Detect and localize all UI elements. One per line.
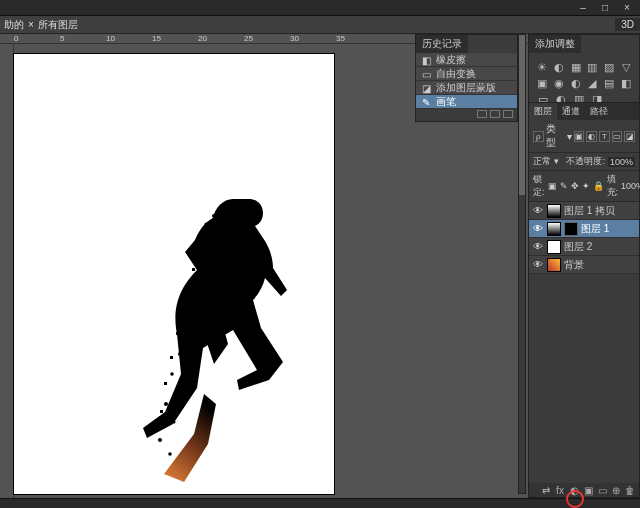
brightness-icon[interactable]: ☀: [537, 61, 548, 73]
history-snapshot-icon[interactable]: [477, 110, 487, 118]
filter-pixel-icon[interactable]: ▣: [574, 131, 585, 142]
levels-icon[interactable]: ◐: [554, 61, 565, 73]
filter-dropdown-icon[interactable]: ▾: [567, 131, 572, 142]
scrollbar-thumb[interactable]: [519, 35, 525, 195]
invert-icon[interactable]: ◧: [620, 77, 631, 89]
document-canvas[interactable]: [14, 54, 334, 494]
layers-footer: ⇄ fx ◐ ▣ ▭ ⊕ 🗑: [529, 483, 639, 497]
filter-adjust-icon[interactable]: ◐: [586, 131, 597, 142]
history-delete-icon[interactable]: [503, 110, 513, 118]
history-label: 画笔: [436, 95, 456, 109]
tab-paths[interactable]: 路径: [585, 103, 613, 120]
layer-thumb[interactable]: [547, 240, 561, 254]
svg-rect-29: [160, 410, 163, 413]
svg-rect-25: [182, 310, 185, 313]
minimize-button[interactable]: –: [572, 2, 594, 14]
layer-thumb[interactable]: [547, 258, 561, 272]
history-item[interactable]: ◧ 橡皮擦: [416, 53, 517, 67]
workspace-tab-3d[interactable]: 3D: [615, 18, 640, 31]
svg-rect-24: [186, 288, 189, 291]
adjustments-tab[interactable]: 添加调整: [529, 35, 581, 53]
svg-rect-28: [164, 382, 167, 385]
layers-blend-row: 正常 ▾ 不透明度: 100%: [529, 153, 639, 171]
layer-row[interactable]: 👁 图层 1 拷贝: [529, 202, 639, 220]
document-tab[interactable]: 助的: [4, 18, 24, 32]
colorlookup-icon[interactable]: ▤: [604, 77, 615, 89]
close-button[interactable]: ×: [616, 2, 638, 14]
tab-close-icon[interactable]: ×: [28, 19, 34, 30]
brush-icon: ✎: [422, 97, 432, 107]
delete-layer-icon[interactable]: 🗑: [625, 485, 635, 495]
link-layers-icon[interactable]: ⇄: [541, 485, 551, 495]
visibility-icon[interactable]: 👁: [532, 223, 544, 235]
adjust-row: ☀ ◐ ▦ ▥ ▨ ▽: [537, 61, 631, 73]
svg-point-17: [173, 421, 176, 424]
window-titlebar: – □ ×: [0, 0, 640, 16]
lock-all-icon[interactable]: 🔒: [593, 181, 604, 191]
blend-mode-select[interactable]: 正常 ▾: [533, 155, 563, 168]
filter-text-icon[interactable]: T: [599, 131, 610, 142]
blackwhite-icon[interactable]: ◉: [554, 77, 565, 89]
history-item[interactable]: ▭ 自由变换: [416, 67, 517, 81]
layer-row[interactable]: 👁 图层 2: [529, 238, 639, 256]
layers-tabs: 图层 通道 路径: [529, 103, 639, 120]
visibility-icon[interactable]: 👁: [532, 241, 544, 253]
curves-icon[interactable]: ▦: [570, 61, 581, 73]
vibrance-icon[interactable]: ▨: [604, 61, 615, 73]
layers-filter-bar: ρ 类型 ▾ ▣ ◐ T ▭ ◪: [529, 120, 639, 153]
lock-artboard-icon[interactable]: ✦: [582, 181, 590, 191]
layer-mask-thumb[interactable]: [564, 222, 578, 236]
channelmixer-icon[interactable]: ◢: [587, 77, 598, 89]
ruler-tick: 25: [244, 34, 253, 43]
panel-scrollbar[interactable]: [518, 34, 526, 494]
visibility-icon[interactable]: 👁: [532, 259, 544, 271]
status-bar: [0, 498, 640, 508]
tab-channels[interactable]: 通道: [557, 103, 585, 120]
lock-position-icon[interactable]: ✥: [571, 181, 579, 191]
svg-rect-23: [192, 268, 195, 271]
filter-kind-icon[interactable]: ρ: [533, 131, 544, 142]
layers-lock-row: 锁定: ▣ ✎ ✥ ✦ 🔒 填充: 100%: [529, 171, 639, 202]
visibility-icon[interactable]: 👁: [532, 205, 544, 217]
mask-icon: ◪: [422, 83, 432, 93]
layer-name: 图层 2: [564, 240, 592, 254]
filter-smart-icon[interactable]: ◪: [624, 131, 635, 142]
svg-rect-27: [170, 356, 173, 359]
history-tab[interactable]: 历史记录: [416, 35, 468, 53]
svg-point-3: [226, 224, 230, 228]
layer-row[interactable]: 👁 背景: [529, 256, 639, 274]
new-adjustment-icon[interactable]: ▣: [583, 485, 593, 495]
fill-value[interactable]: 100%: [621, 181, 640, 191]
exposure-icon[interactable]: ▥: [587, 61, 598, 73]
svg-rect-26: [176, 332, 179, 335]
new-group-icon[interactable]: ▭: [597, 485, 607, 495]
hue-icon[interactable]: ▽: [620, 61, 631, 73]
filter-kind-label: 类型: [546, 122, 565, 150]
layer-style-icon[interactable]: fx: [555, 485, 565, 495]
layer-mask-icon[interactable]: ◐: [569, 485, 579, 495]
tab-layers[interactable]: 图层: [529, 103, 557, 120]
document-tab-bar: 助的 × 所有图层 3D: [0, 16, 640, 34]
layer-thumb[interactable]: [547, 222, 561, 236]
history-panel: 历史记录 ◧ 橡皮擦 ▭ 自由变换 ◪ 添加图层蒙版 ✎ 画笔: [415, 34, 518, 122]
new-layer-icon[interactable]: ⊕: [611, 485, 621, 495]
history-new-icon[interactable]: [490, 110, 500, 118]
history-item-selected[interactable]: ✎ 画笔: [416, 95, 517, 109]
svg-point-18: [158, 438, 162, 442]
svg-point-15: [182, 382, 186, 386]
colorbalance-icon[interactable]: ▣: [537, 77, 548, 89]
lock-transparent-icon[interactable]: ▣: [548, 181, 557, 191]
ruler-vertical: [0, 44, 14, 498]
layer-row-selected[interactable]: 👁 图层 1: [529, 220, 639, 238]
filter-shape-icon[interactable]: ▭: [612, 131, 623, 142]
history-label: 自由变换: [436, 67, 476, 81]
photofilter-icon[interactable]: ◐: [570, 77, 581, 89]
svg-point-10: [188, 308, 192, 312]
layer-thumb[interactable]: [547, 204, 561, 218]
history-item[interactable]: ◪ 添加图层蒙版: [416, 81, 517, 95]
lock-pixels-icon[interactable]: ✎: [560, 181, 568, 191]
maximize-button[interactable]: □: [594, 2, 616, 14]
eraser-icon: ◧: [422, 55, 432, 65]
opacity-value[interactable]: 100%: [608, 157, 635, 167]
svg-point-6: [208, 254, 212, 258]
